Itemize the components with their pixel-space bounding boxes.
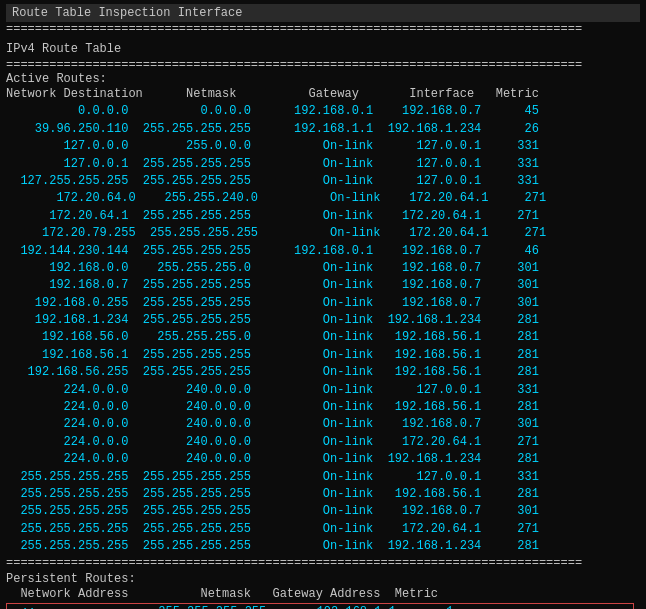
table-row: 39.96.250.110 255.255.255.255 192.168.1.… <box>6 121 640 138</box>
table-row: 224.0.0.0 240.0.0.0 On-link 172.20.64.1 … <box>6 434 640 451</box>
table-row: 224.0.0.0 240.0.0.0 On-link 192.168.0.7 … <box>6 416 640 433</box>
persistent-routes-list: :: 255.255.255.255 192.168.1.1 1 <box>6 603 640 609</box>
table-row: 172.20.64.1 255.255.255.255 On-link 172.… <box>6 208 640 225</box>
persistent-routes-section: Persistent Routes: Network Address Netma… <box>6 572 640 609</box>
table-row: 192.168.56.255 255.255.255.255 On-link 1… <box>6 364 640 381</box>
table-row: 192.144.230.144 255.255.255.255 192.168.… <box>6 243 640 260</box>
table-row: 0.0.0.0 0.0.0.0 192.168.0.1 192.168.0.7 … <box>6 103 640 120</box>
table-row: 255.255.255.255 255.255.255.255 On-link … <box>6 538 640 555</box>
section-title: IPv4 Route Table <box>6 40 640 58</box>
table-row: 127.0.0.0 255.0.0.0 On-link 127.0.0.1 33… <box>6 138 640 155</box>
table-row: 127.255.255.255 255.255.255.255 On-link … <box>6 173 640 190</box>
table-row: 255.255.255.255 255.255.255.255 On-link … <box>6 469 640 486</box>
table-row: 192.168.0.255 255.255.255.255 On-link 19… <box>6 295 640 312</box>
column-headers: Network Destination Netmask Gateway Inte… <box>6 86 640 103</box>
table-row: 224.0.0.0 240.0.0.0 On-link 192.168.56.1… <box>6 399 640 416</box>
table-row: 127.0.0.1 255.255.255.255 On-link 127.0.… <box>6 156 640 173</box>
separator-top: ========================================… <box>6 22 640 36</box>
table-row: 255.255.255.255 255.255.255.255 On-link … <box>6 521 640 538</box>
active-routes-label: Active Routes: <box>6 72 640 86</box>
separator-bottom: ========================================… <box>6 556 640 570</box>
terminal-window: Route Table Inspection Interface =======… <box>0 0 646 609</box>
table-row: 192.168.1.234 255.255.255.255 On-link 19… <box>6 312 640 329</box>
persistent-routes-label: Persistent Routes: <box>6 572 640 586</box>
top-bar: Route Table Inspection Interface <box>6 4 640 22</box>
table-row: 224.0.0.0 240.0.0.0 On-link 192.168.1.23… <box>6 451 640 468</box>
table-row: 224.0.0.0 240.0.0.0 On-link 127.0.0.1 33… <box>6 382 640 399</box>
routes-list: 0.0.0.0 0.0.0.0 192.168.0.1 192.168.0.7 … <box>6 103 640 555</box>
table-row: 192.168.0.0 255.255.255.0 On-link 192.16… <box>6 260 640 277</box>
persistent-headers: Network Address Netmask Gateway Address … <box>6 586 640 603</box>
table-row: 172.20.64.0 255.255.240.0 On-link 172.20… <box>6 190 640 207</box>
separator-mid: ========================================… <box>6 58 640 72</box>
table-row: 255.255.255.255 255.255.255.255 On-link … <box>6 503 640 520</box>
table-row: 192.168.0.7 255.255.255.255 On-link 192.… <box>6 277 640 294</box>
table-row: 255.255.255.255 255.255.255.255 On-link … <box>6 486 640 503</box>
persistent-table-row: :: 255.255.255.255 192.168.1.1 1 <box>6 603 634 609</box>
table-row: 172.20.79.255 255.255.255.255 On-link 17… <box>6 225 640 242</box>
table-row: 192.168.56.1 255.255.255.255 On-link 192… <box>6 347 640 364</box>
table-row: 192.168.56.0 255.255.255.0 On-link 192.1… <box>6 329 640 346</box>
